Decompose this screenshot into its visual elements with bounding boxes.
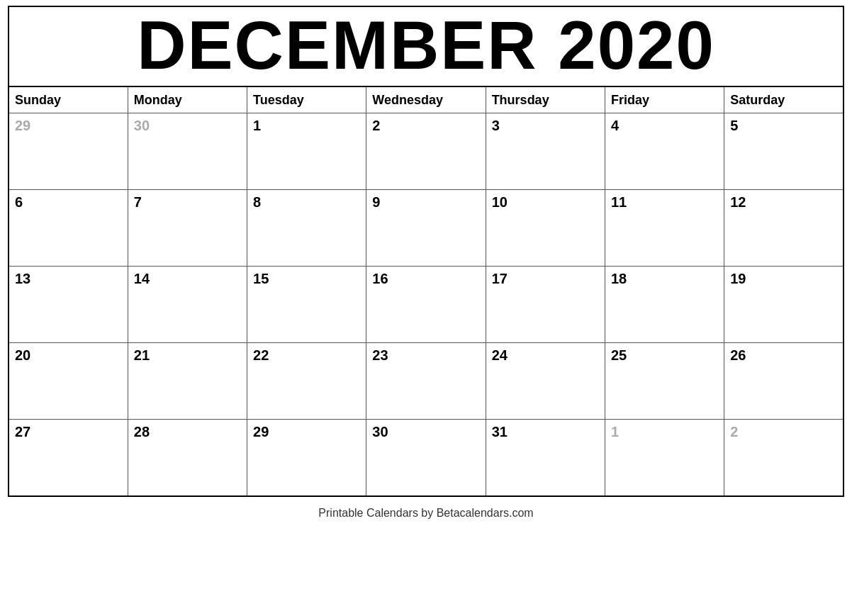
week-row-4: 272829303112 [9, 420, 843, 496]
calendar-cell[interactable]: 31 [486, 420, 605, 496]
calendar-cell[interactable]: 26 [724, 343, 843, 420]
calendar-cell[interactable]: 13 [9, 267, 128, 343]
day-header-thursday: Thursday [486, 86, 605, 113]
calendar-cell[interactable]: 7 [128, 190, 247, 267]
calendar-cell[interactable]: 19 [724, 267, 843, 343]
calendar-title: DECEMBER 2020 [8, 6, 844, 86]
calendar-body: 2930123456789101112131415161718192021222… [9, 113, 843, 496]
calendar-cell[interactable]: 1 [605, 420, 724, 496]
calendar-cell[interactable]: 30 [128, 113, 247, 190]
calendar-cell[interactable]: 21 [128, 343, 247, 420]
calendar-cell[interactable]: 25 [605, 343, 724, 420]
calendar-cell[interactable]: 18 [605, 267, 724, 343]
calendar-cell[interactable]: 15 [247, 267, 366, 343]
day-header-sunday: Sunday [9, 86, 128, 113]
day-header-wednesday: Wednesday [366, 86, 486, 113]
calendar-cell[interactable]: 9 [366, 190, 486, 267]
footer-text: Printable Calendars by Betacalendars.com [318, 504, 533, 522]
calendar-cell[interactable]: 5 [724, 113, 843, 190]
calendar-cell[interactable]: 23 [366, 343, 486, 420]
week-row-2: 13141516171819 [9, 267, 843, 343]
calendar-cell[interactable]: 12 [724, 190, 843, 267]
day-header-row: SundayMondayTuesdayWednesdayThursdayFrid… [9, 86, 843, 113]
calendar-cell[interactable]: 4 [605, 113, 724, 190]
calendar-cell[interactable]: 1 [247, 113, 366, 190]
day-header-saturday: Saturday [724, 86, 843, 113]
calendar-cell[interactable]: 17 [486, 267, 605, 343]
week-row-3: 20212223242526 [9, 343, 843, 420]
day-header-friday: Friday [605, 86, 724, 113]
calendar-cell[interactable]: 8 [247, 190, 366, 267]
calendar-cell[interactable]: 10 [486, 190, 605, 267]
day-header-monday: Monday [128, 86, 247, 113]
calendar-cell[interactable]: 28 [128, 420, 247, 496]
calendar-cell[interactable]: 30 [366, 420, 486, 496]
calendar-cell[interactable]: 14 [128, 267, 247, 343]
calendar-cell[interactable]: 3 [486, 113, 605, 190]
calendar-cell[interactable]: 6 [9, 190, 128, 267]
week-row-0: 293012345 [9, 113, 843, 190]
calendar-container: DECEMBER 2020 SundayMondayTuesdayWednesd… [8, 6, 844, 497]
calendar-cell[interactable]: 22 [247, 343, 366, 420]
calendar-cell[interactable]: 29 [9, 113, 128, 190]
calendar-cell[interactable]: 29 [247, 420, 366, 496]
calendar-cell[interactable]: 2 [366, 113, 486, 190]
calendar-cell[interactable]: 24 [486, 343, 605, 420]
calendar-cell[interactable]: 11 [605, 190, 724, 267]
calendar-cell[interactable]: 2 [724, 420, 843, 496]
week-row-1: 6789101112 [9, 190, 843, 267]
calendar-cell[interactable]: 27 [9, 420, 128, 496]
calendar-cell[interactable]: 20 [9, 343, 128, 420]
calendar-cell[interactable]: 16 [366, 267, 486, 343]
day-header-tuesday: Tuesday [247, 86, 366, 113]
calendar-table: SundayMondayTuesdayWednesdayThursdayFrid… [8, 86, 844, 497]
